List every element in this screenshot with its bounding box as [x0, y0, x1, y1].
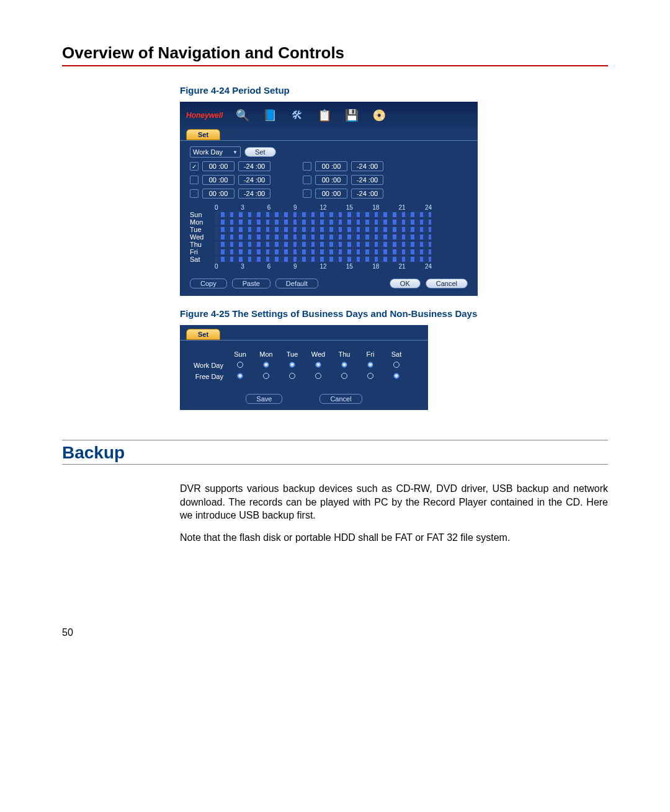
radio-button[interactable]	[393, 362, 400, 368]
day-header: Tue	[279, 350, 305, 358]
day-label: Thu	[190, 241, 215, 248]
radio-button[interactable]	[315, 362, 321, 368]
period-row: 00 :00 -24 :00 00 :00 -24 :00	[180, 187, 478, 200]
day-header: Thu	[331, 350, 357, 358]
divider	[62, 440, 608, 440]
period-start[interactable]: 00 :00	[202, 189, 234, 199]
period-row: 00 :00 -24 :00 00 :00 -24 :00	[180, 173, 478, 187]
radio-button[interactable]	[367, 373, 373, 379]
period-checkbox[interactable]	[190, 189, 199, 198]
default-button[interactable]: Default	[275, 279, 318, 288]
day-label: Sun	[190, 211, 215, 218]
list-icon[interactable]: 📋	[317, 108, 332, 123]
schedule-bar[interactable]	[215, 234, 432, 240]
radio-button[interactable]	[263, 362, 269, 368]
day-label: Wed	[190, 233, 215, 241]
cancel-button[interactable]: Cancel	[319, 394, 362, 404]
tools-icon[interactable]: 🛠	[290, 108, 305, 123]
period-end[interactable]: -24 :00	[238, 161, 270, 171]
period-checkbox[interactable]: ✓	[190, 162, 199, 171]
period-start[interactable]: 00 :00	[315, 175, 347, 185]
day-header: Wed	[305, 350, 331, 358]
day-header: Sun	[227, 350, 253, 358]
section-heading-backup: Backup	[62, 443, 608, 465]
schedule-bar[interactable]	[215, 249, 432, 255]
set-button[interactable]: Set	[244, 147, 276, 157]
schedule-grid: 036 91215 182124 Sun Mon Tue Wed Thu Fri…	[180, 200, 478, 271]
radio-button[interactable]	[289, 373, 295, 379]
radio-button[interactable]	[341, 373, 347, 379]
day-label: Fri	[190, 248, 215, 256]
app-toolbar: Honeywell 🔍 📘 🛠 📋 💾 📀	[180, 102, 478, 129]
exit-icon[interactable]: 📀	[372, 108, 386, 123]
notes-icon[interactable]: 📘	[262, 108, 277, 123]
day-header: Fri	[357, 350, 383, 358]
radio-button[interactable]	[393, 373, 400, 379]
figure-4-24-caption: Figure 4-24 Period Setup	[180, 85, 608, 96]
period-checkbox[interactable]	[190, 176, 199, 184]
schedule-bar[interactable]	[215, 212, 432, 218]
period-checkbox[interactable]	[303, 162, 311, 171]
period-start[interactable]: 00 :00	[315, 189, 347, 199]
radio-button[interactable]	[237, 362, 243, 368]
period-start[interactable]: 00 :00	[315, 161, 347, 171]
period-end[interactable]: -24 :00	[238, 189, 270, 199]
cancel-button[interactable]: Cancel	[426, 279, 468, 288]
schedule-ticks-bottom: 036 91215 182124	[215, 263, 432, 270]
radio-button[interactable]	[263, 373, 269, 379]
period-end[interactable]: -24 :00	[351, 175, 383, 185]
schedule-ticks-top: 036 91215 182124	[215, 204, 432, 211]
workday-row: Work Day	[187, 362, 421, 369]
period-end[interactable]: -24 :00	[351, 161, 383, 171]
body-paragraph: Note that the flash disk or portable HDD…	[180, 531, 608, 545]
ok-button[interactable]: OK	[390, 279, 421, 288]
day-type-value: Work Day	[193, 148, 223, 156]
period-setup-window: Honeywell 🔍 📘 🛠 📋 💾 📀 Set Work Day ▼ Set…	[180, 102, 478, 296]
row-label: Work Day	[187, 362, 227, 369]
search-icon[interactable]: 🔍	[235, 108, 250, 123]
period-checkbox[interactable]	[303, 189, 311, 198]
period-start[interactable]: 00 :00	[202, 161, 234, 171]
radio-button[interactable]	[289, 362, 295, 368]
radio-button[interactable]	[237, 373, 243, 379]
disk-icon[interactable]: 💾	[344, 108, 359, 123]
save-button[interactable]: Save	[246, 394, 282, 404]
radio-button[interactable]	[341, 362, 347, 368]
schedule-bar[interactable]	[215, 241, 432, 248]
freeday-row: Free Day	[187, 373, 421, 380]
day-label: Mon	[190, 218, 215, 226]
period-row: ✓ 00 :00 -24 :00 00 :00 -24 :00	[180, 159, 478, 173]
period-start[interactable]: 00 :00	[202, 175, 234, 185]
schedule-bar[interactable]	[215, 226, 432, 233]
day-type-combo[interactable]: Work Day ▼	[190, 146, 241, 158]
schedule-bar[interactable]	[215, 256, 432, 262]
paste-button[interactable]: Paste	[232, 279, 270, 288]
copy-button[interactable]: Copy	[190, 279, 227, 288]
day-header: Mon	[253, 350, 279, 358]
header-row: Sun Mon Tue Wed Thu Fri Sat	[187, 350, 421, 358]
brand-logo: Honeywell	[186, 111, 223, 120]
body-paragraph: DVR supports various backup devices such…	[180, 482, 608, 522]
row-label: Free Day	[187, 373, 227, 380]
period-checkbox[interactable]	[303, 176, 311, 184]
tab-set[interactable]: Set	[186, 129, 220, 140]
radio-button[interactable]	[315, 373, 321, 379]
radio-button[interactable]	[367, 362, 373, 368]
business-days-window: Set Sun Mon Tue Wed Thu Fri Sat Work Day	[180, 325, 428, 410]
tab-set[interactable]: Set	[186, 329, 220, 340]
figure-4-25-caption: Figure 4-25 The Settings of Business Day…	[180, 308, 608, 319]
page-title: Overview of Navigation and Controls	[62, 43, 608, 66]
period-end[interactable]: -24 :00	[238, 175, 270, 185]
schedule-bar[interactable]	[215, 219, 432, 225]
period-end[interactable]: -24 :00	[351, 189, 383, 199]
day-header: Sat	[383, 350, 409, 358]
day-label: Tue	[190, 226, 215, 233]
chevron-down-icon: ▼	[233, 149, 238, 155]
day-label: Sat	[190, 256, 215, 263]
